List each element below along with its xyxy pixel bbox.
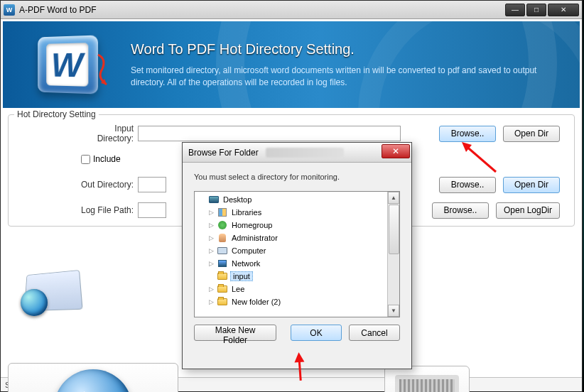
dialog-close-button[interactable]: ✕ [382, 144, 410, 158]
log-browse-button[interactable]: Browse.. [432, 202, 489, 219]
banner-heading: Word To PDF Hot Directory Setting. [131, 41, 566, 58]
word-logo-icon [38, 35, 98, 94]
stop-icon [395, 375, 459, 392]
dialog-message: You must select a directory for monitori… [183, 163, 411, 188]
out-dir-field[interactable] [138, 177, 166, 192]
ok-button[interactable]: OK [291, 325, 342, 341]
dialog-title-blur [266, 148, 344, 158]
tree-node-lee[interactable]: ▷Lee [195, 283, 387, 295]
maximize-button[interactable]: □ [526, 4, 546, 16]
tree-scrollbar[interactable]: ▲ ▼ [387, 192, 399, 317]
tree-node-admin[interactable]: ▷Administrator [195, 232, 387, 244]
include-checkbox[interactable] [81, 155, 90, 164]
tree-node-network[interactable]: ▷Network [195, 257, 387, 270]
input-dir-label: Input Directory: [78, 124, 138, 143]
scroll-up-button[interactable]: ▲ [388, 192, 399, 204]
browse-folder-dialog: Browse For Folder ✕ You must select a di… [182, 142, 412, 369]
scroll-down-button[interactable]: ▼ [388, 305, 399, 317]
include-label: Include [93, 154, 121, 164]
dialog-title: Browse For Folder [188, 148, 259, 158]
out-opendir-button[interactable]: Open Dir [503, 177, 560, 193]
start-button[interactable] [8, 363, 178, 392]
log-path-field[interactable] [138, 202, 166, 218]
window-title: A-PDF Word to PDF [19, 5, 504, 15]
folder-tree[interactable]: Desktop ▷Libraries ▷Homegroup ▷Administr… [194, 191, 400, 317]
out-browse-button[interactable]: Browse.. [439, 177, 496, 193]
tree-node-libraries[interactable]: ▷Libraries [195, 206, 387, 219]
globe-folder-icon [23, 271, 80, 325]
app-icon: W [4, 4, 15, 16]
log-path-label: Log File Path: [78, 205, 138, 215]
banner: Word To PDF Hot Directory Setting. Set m… [1, 20, 581, 109]
group-title: Hot Directory Setting [14, 109, 99, 119]
stop-button[interactable] [384, 366, 470, 392]
input-browse-button[interactable]: Browse.. [439, 126, 496, 142]
titlebar: W A-PDF Word to PDF — □ ✕ [1, 1, 582, 19]
scroll-thumb[interactable] [389, 205, 399, 254]
make-folder-button[interactable]: Make New Folder [194, 325, 276, 341]
minimize-button[interactable]: — [505, 4, 525, 16]
tree-node-desktop[interactable]: Desktop [195, 193, 387, 206]
play-icon [54, 369, 132, 392]
tree-node-computer[interactable]: ▷Computer [195, 244, 387, 257]
tree-node-homegroup[interactable]: ▷Homegroup [195, 219, 387, 232]
close-button[interactable]: ✕ [548, 4, 579, 16]
input-opendir-button[interactable]: Open Dir [503, 126, 560, 142]
open-logdir-button[interactable]: Open LogDir [496, 202, 560, 219]
dialog-titlebar: Browse For Folder ✕ [183, 143, 411, 163]
out-dir-label: Out Directory: [78, 180, 138, 190]
tree-node-input[interactable]: input [195, 270, 387, 283]
cancel-button[interactable]: Cancel [349, 325, 400, 341]
tree-node-newfolder[interactable]: ▷New folder (2) [195, 295, 387, 308]
input-dir-field[interactable] [138, 126, 401, 141]
pdf-ribbon-icon [92, 53, 112, 86]
banner-subtext: Set monitored directory, all microsoft w… [131, 65, 566, 89]
